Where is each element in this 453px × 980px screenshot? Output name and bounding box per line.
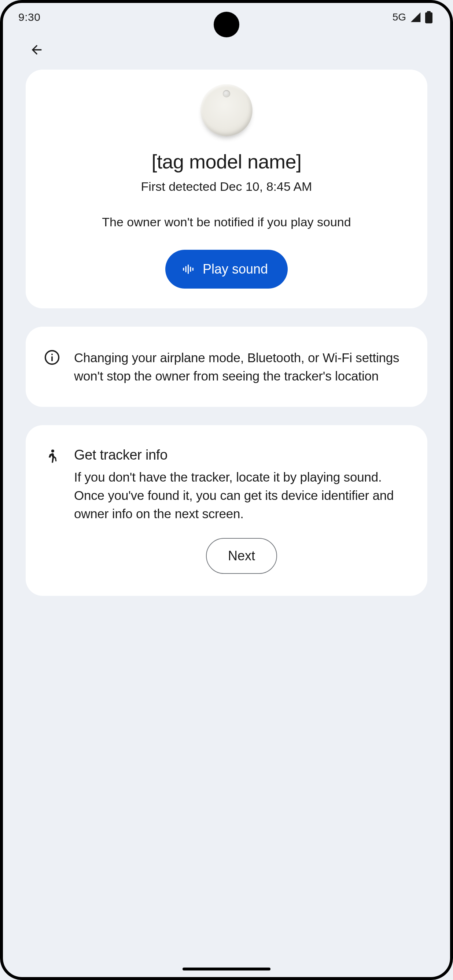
tracker-model-name: [tag model name] xyxy=(44,150,409,173)
network-label: 5G xyxy=(392,11,406,23)
svg-rect-1 xyxy=(425,13,432,24)
battery-icon xyxy=(425,11,432,24)
svg-rect-3 xyxy=(185,266,187,272)
hero-card: [tag model name] First detected Dec 10, … xyxy=(26,70,427,309)
info-card: Changing your airplane mode, Bluetooth, … xyxy=(26,327,427,407)
status-bar: 9:30 5G xyxy=(0,0,453,27)
back-arrow-icon[interactable] xyxy=(29,43,44,57)
svg-rect-4 xyxy=(188,264,189,274)
svg-rect-6 xyxy=(192,268,193,271)
svg-rect-8 xyxy=(51,356,53,361)
tracker-info-body: If you don't have the tracker, locate it… xyxy=(74,468,409,523)
signal-icon xyxy=(410,11,421,23)
info-card-text: Changing your airplane mode, Bluetooth, … xyxy=(74,348,409,385)
play-sound-button-label: Play sound xyxy=(203,261,268,277)
svg-rect-9 xyxy=(51,354,53,355)
next-button[interactable]: Next xyxy=(206,538,277,574)
status-time: 9:30 xyxy=(18,11,40,24)
walking-person-icon xyxy=(44,448,60,466)
play-sound-button[interactable]: Play sound xyxy=(165,250,288,289)
svg-rect-5 xyxy=(190,267,191,272)
tracker-image xyxy=(44,84,409,136)
first-detected-label: First detected Dec 10, 8:45 AM xyxy=(44,180,409,194)
gesture-bar[interactable] xyxy=(182,967,271,970)
play-sound-notice: The owner won't be notified if you play … xyxy=(44,215,409,229)
sound-wave-icon xyxy=(182,263,194,275)
status-right-icons: 5G xyxy=(392,11,432,24)
svg-point-10 xyxy=(51,450,54,453)
tracker-info-card: Get tracker info If you don't have the t… xyxy=(26,425,427,596)
next-button-label: Next xyxy=(228,548,255,563)
info-icon xyxy=(44,349,60,366)
svg-rect-2 xyxy=(183,268,184,271)
tracker-info-title: Get tracker info xyxy=(74,447,409,463)
